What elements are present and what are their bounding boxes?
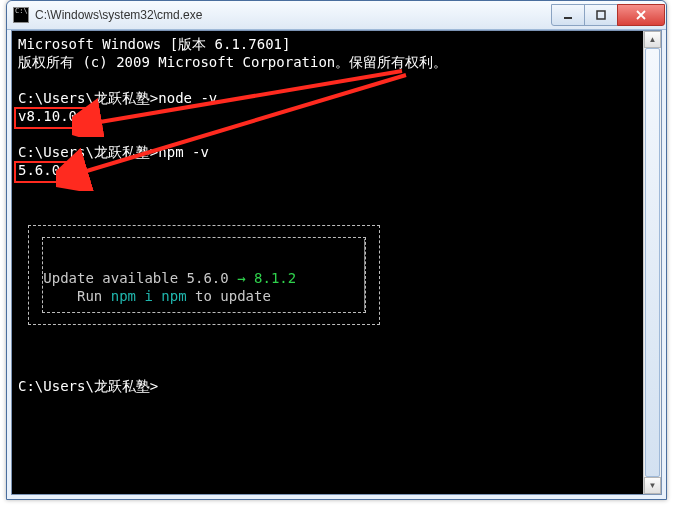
maximize-button[interactable] bbox=[584, 4, 618, 26]
terminal[interactable]: Microsoft Windows [版本 6.1.7601] 版权所有 (c)… bbox=[12, 31, 644, 494]
update-line-1: Update available 5.6.0 → 8.1.2 bbox=[18, 270, 296, 286]
scroll-down-button[interactable]: ▼ bbox=[644, 477, 661, 494]
output-node-version: v8.10.0 bbox=[18, 108, 77, 124]
scroll-up-button[interactable]: ▲ bbox=[644, 31, 661, 48]
banner-line-1: Microsoft Windows [版本 6.1.7601] bbox=[18, 36, 290, 52]
scroll-thumb[interactable] bbox=[645, 48, 660, 477]
prompt-idle: C:\Users\龙跃私塾> bbox=[18, 378, 158, 394]
prompt-npm: C:\Users\龙跃私塾>npm -v bbox=[18, 144, 209, 160]
prompt-node: C:\Users\龙跃私塾>node -v bbox=[18, 90, 217, 106]
titlebar[interactable]: C:\Windows\system32\cmd.exe bbox=[7, 1, 666, 30]
output-npm-version: 5.6.0 bbox=[18, 162, 60, 178]
svg-rect-0 bbox=[564, 17, 572, 19]
close-icon bbox=[635, 10, 647, 20]
client-area: Microsoft Windows [版本 6.1.7601] 版权所有 (c)… bbox=[11, 30, 662, 495]
window-title: C:\Windows\system32\cmd.exe bbox=[35, 8, 552, 22]
svg-rect-1 bbox=[597, 11, 605, 19]
update-line-2: Run npm i npm to update bbox=[18, 288, 271, 304]
maximize-icon bbox=[596, 10, 606, 20]
vertical-scrollbar[interactable]: ▲ ▼ bbox=[643, 31, 661, 494]
cmd-icon bbox=[13, 7, 29, 23]
scroll-track[interactable] bbox=[644, 48, 661, 477]
close-button[interactable] bbox=[617, 4, 665, 26]
banner-line-2: 版权所有 (c) 2009 Microsoft Corporation。保留所有… bbox=[18, 54, 447, 70]
window-buttons bbox=[552, 4, 665, 26]
minimize-icon bbox=[563, 10, 573, 20]
minimize-button[interactable] bbox=[551, 4, 585, 26]
cmd-window: C:\Windows\system32\cmd.exe Microsoft Wi… bbox=[6, 0, 667, 500]
